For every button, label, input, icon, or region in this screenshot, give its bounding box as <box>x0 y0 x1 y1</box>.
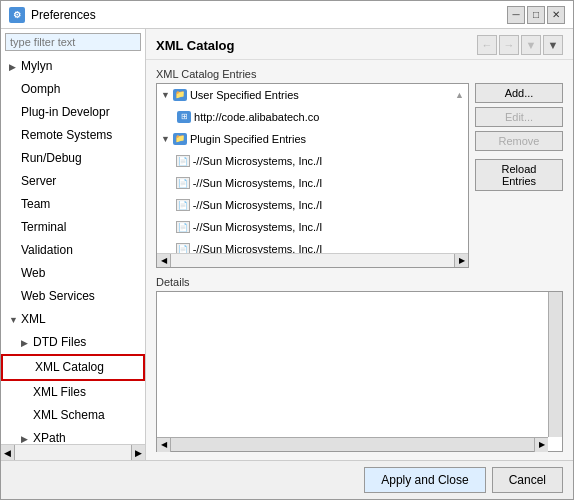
footer: Apply and Close Cancel <box>1 460 573 499</box>
sidebar-tree: ▶Mylyn Oomph Plug-in Developr Remote Sys… <box>1 55 145 444</box>
sidebar-item-team[interactable]: Team <box>1 193 145 216</box>
sidebar-item-xml-files[interactable]: XML Files <box>1 381 145 404</box>
scroll-right-btn[interactable]: ▶ <box>131 445 145 460</box>
catalog-section: ▼ 📁 User Specified Entries ▲ ⊞ http: <box>156 83 563 268</box>
nav-buttons: ← → ▼ ▼ <box>477 35 563 55</box>
sidebar-item-web-services[interactable]: Web Services <box>1 285 145 308</box>
catalog-hscroll: ◀ ▶ <box>157 253 468 267</box>
sun-entry-2[interactable]: 📄 -//Sun Microsystems, Inc./I <box>157 172 468 194</box>
cancel-button[interactable]: Cancel <box>492 467 563 493</box>
details-box: ◀ ▶ <box>156 291 563 452</box>
sun2-label: -//Sun Microsystems, Inc./I <box>193 174 323 192</box>
cat-scroll-left[interactable]: ◀ <box>157 254 171 267</box>
sidebar: ▶Mylyn Oomph Plug-in Developr Remote Sys… <box>1 29 146 460</box>
alibaba-label: http://code.alibabatech.co <box>194 108 319 126</box>
sun4-icon: 📄 <box>176 221 190 233</box>
sun3-icon: 📄 <box>176 199 190 211</box>
sidebar-item-oomph[interactable]: Oomph <box>1 78 145 101</box>
catalog-actions: Add... Edit... Remove Reload Entries <box>475 83 563 268</box>
sidebar-item-dtd-files[interactable]: ▶DTD Files <box>1 331 145 354</box>
main-content: ▶Mylyn Oomph Plug-in Developr Remote Sys… <box>1 29 573 460</box>
sidebar-item-validation[interactable]: Validation <box>1 239 145 262</box>
title-bar-buttons: ─ □ ✕ <box>507 6 565 24</box>
user-specified-header[interactable]: ▼ 📁 User Specified Entries ▲ <box>157 84 468 106</box>
sidebar-item-mylyn[interactable]: ▶Mylyn <box>1 55 145 78</box>
cat-scroll-track <box>171 254 454 267</box>
plugin-folder-icon: 📁 <box>173 133 187 145</box>
sidebar-item-web[interactable]: Web <box>1 262 145 285</box>
details-label: Details <box>156 276 563 288</box>
nav-back-button[interactable]: ← <box>477 35 497 55</box>
user-specified-label: User Specified Entries <box>190 86 299 104</box>
sun1-icon: 📄 <box>176 155 190 167</box>
preferences-window: ⚙ Preferences ─ □ ✕ ▶Mylyn Oomph <box>0 0 574 500</box>
sun2-icon: 📄 <box>176 177 190 189</box>
nav-menu-button[interactable]: ▼ <box>543 35 563 55</box>
filter-input[interactable] <box>5 33 141 51</box>
sidebar-hscroll: ◀ ▶ <box>1 444 145 460</box>
alibaba-icon: ⊞ <box>177 111 191 123</box>
window-title: Preferences <box>31 8 96 22</box>
scroll-track <box>15 445 131 460</box>
sidebar-item-terminal[interactable]: Terminal <box>1 216 145 239</box>
details-hscroll: ◀ ▶ <box>157 437 548 451</box>
nav-down-button[interactable]: ▼ <box>521 35 541 55</box>
alibaba-entry[interactable]: ⊞ http://code.alibabatech.co <box>157 106 468 128</box>
details-vscroll[interactable] <box>548 292 562 437</box>
scroll-left-btn[interactable]: ◀ <box>1 445 15 460</box>
sidebar-item-run-debug[interactable]: Run/Debug <box>1 147 145 170</box>
det-scroll-left[interactable]: ◀ <box>157 438 171 452</box>
sun-entry-3[interactable]: 📄 -//Sun Microsystems, Inc./I <box>157 194 468 216</box>
edit-button[interactable]: Edit... <box>475 107 563 127</box>
plugin-specified-header[interactable]: ▼ 📁 Plugin Specified Entries <box>157 128 468 150</box>
sun4-label: -//Sun Microsystems, Inc./I <box>193 218 323 236</box>
sun-entry-4[interactable]: 📄 -//Sun Microsystems, Inc./I <box>157 216 468 238</box>
entries-label: XML Catalog Entries <box>156 68 563 80</box>
entries-section: XML Catalog Entries ▼ 📁 User Specified E… <box>156 68 563 268</box>
remove-button[interactable]: Remove <box>475 131 563 151</box>
details-section: Details ◀ ▶ <box>156 276 563 452</box>
nav-forward-button[interactable]: → <box>499 35 519 55</box>
sidebar-item-xpath[interactable]: ▶XPath <box>1 427 145 444</box>
title-bar-left: ⚙ Preferences <box>9 7 96 23</box>
right-panel: XML Catalog ← → ▼ ▼ XML Catalog Entries <box>146 29 573 460</box>
catalog-folder-icon: 📁 <box>173 89 187 101</box>
minimize-button[interactable]: ─ <box>507 6 525 24</box>
sun5-icon: 📄 <box>176 243 190 253</box>
apply-close-button[interactable]: Apply and Close <box>364 467 485 493</box>
panel-title: XML Catalog <box>156 38 235 53</box>
add-button[interactable]: Add... <box>475 83 563 103</box>
reload-button[interactable]: Reload Entries <box>475 159 563 191</box>
plugin-specified-label: Plugin Specified Entries <box>190 130 306 148</box>
sidebar-item-xml-schemas[interactable]: XML Schema <box>1 404 145 427</box>
maximize-button[interactable]: □ <box>527 6 545 24</box>
title-bar: ⚙ Preferences ─ □ ✕ <box>1 1 573 29</box>
sun3-label: -//Sun Microsystems, Inc./I <box>193 196 323 214</box>
cat-scroll-right[interactable]: ▶ <box>454 254 468 267</box>
catalog-tree: ▼ 📁 User Specified Entries ▲ ⊞ http: <box>157 84 468 253</box>
sun-entry-5[interactable]: 📄 -//Sun Microsystems, Inc./I <box>157 238 468 253</box>
user-specified-scroll: ▲ <box>455 86 464 104</box>
sidebar-item-remote-systems[interactable]: Remote Systems <box>1 124 145 147</box>
sidebar-item-server[interactable]: Server <box>1 170 145 193</box>
det-scroll-right[interactable]: ▶ <box>534 438 548 452</box>
close-button[interactable]: ✕ <box>547 6 565 24</box>
preferences-icon: ⚙ <box>9 7 25 23</box>
catalog-tree-container: ▼ 📁 User Specified Entries ▲ ⊞ http: <box>156 83 469 268</box>
sun1-label: -//Sun Microsystems, Inc./I <box>193 152 323 170</box>
sidebar-item-xml[interactable]: ▼XML <box>1 308 145 331</box>
panel-header: XML Catalog ← → ▼ ▼ <box>146 29 573 60</box>
sun-entry-1[interactable]: 📄 -//Sun Microsystems, Inc./I <box>157 150 468 172</box>
sun5-label: -//Sun Microsystems, Inc./I <box>193 240 323 253</box>
sidebar-item-xml-catalog[interactable]: XML Catalog <box>1 354 145 381</box>
sidebar-item-plugin-dev[interactable]: Plug-in Developr <box>1 101 145 124</box>
panel-body: XML Catalog Entries ▼ 📁 User Specified E… <box>146 60 573 460</box>
